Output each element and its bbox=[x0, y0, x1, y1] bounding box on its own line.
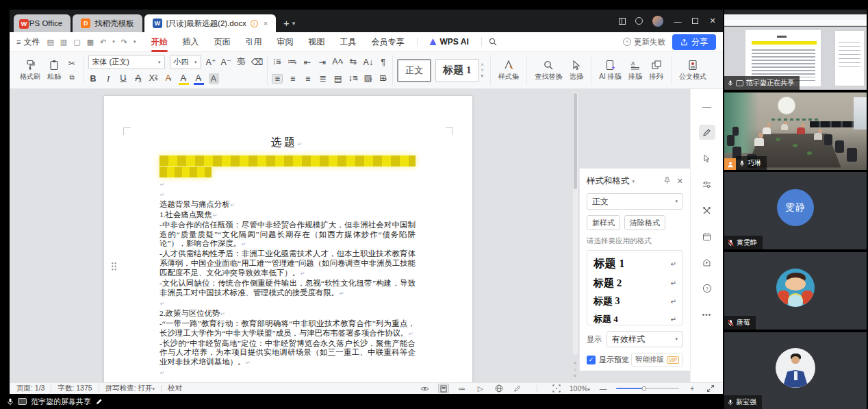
prev-page-icon[interactable]: ˄ bbox=[574, 361, 576, 366]
document-page[interactable]: 选题↵ ↵ ↵ 选题背景与痛点分析↵ 1.社会痛点聚焦↵ -中非合作的信任瓶颈：… bbox=[104, 96, 472, 382]
browser-mode-icon[interactable] bbox=[635, 17, 643, 25]
select-tool-icon[interactable] bbox=[699, 151, 715, 166]
print-preview-icon[interactable]: ▢ bbox=[73, 38, 80, 47]
layout-button[interactable]: A 排版▾ bbox=[625, 60, 646, 82]
page-view-icon[interactable] bbox=[438, 384, 449, 393]
tab-docer-templates[interactable]: D 找稻壳模板 bbox=[73, 14, 142, 32]
show-marks-icon[interactable]: ¶ bbox=[378, 57, 388, 68]
show-filter-select[interactable]: 有效样式▾ bbox=[607, 331, 683, 347]
zoom-out-button[interactable]: — bbox=[598, 384, 609, 393]
zoom-slider[interactable] bbox=[616, 388, 679, 390]
save-icon[interactable]: ▤ bbox=[47, 38, 53, 47]
edit-pen-icon[interactable] bbox=[699, 125, 715, 140]
font-color-button[interactable]: A▾ bbox=[194, 73, 204, 85]
zoom-level[interactable]: 100% ▾ bbox=[570, 384, 590, 393]
menu-tab-home[interactable]: 开始 bbox=[144, 33, 175, 51]
collapse-panel-icon[interactable]: — bbox=[699, 99, 715, 114]
superscript-button[interactable]: X²▾ bbox=[149, 73, 159, 85]
more-options-icon[interactable]: ••• bbox=[699, 307, 715, 322]
current-style-select[interactable]: 正文▾ bbox=[587, 193, 683, 210]
spellcheck-status[interactable]: 拼写检查: 打开 ▾ bbox=[105, 384, 155, 393]
style-gallery-arrows[interactable]: ˄˅▾ bbox=[479, 62, 486, 79]
align-right-button[interactable]: ≡ bbox=[303, 73, 313, 84]
close-panel-icon[interactable]: ✕ bbox=[677, 177, 683, 186]
bullet-list-button[interactable]: ⁝≡▾ bbox=[272, 56, 282, 69]
bookmark-tag-icon[interactable] bbox=[699, 255, 715, 270]
close-button[interactable]: ✕ bbox=[708, 16, 717, 25]
restore-button[interactable] bbox=[692, 18, 698, 24]
clear-format-icon[interactable]: ⌫ bbox=[251, 57, 264, 68]
account-avatar[interactable] bbox=[652, 16, 663, 27]
annotate-pencil-icon[interactable] bbox=[95, 398, 103, 406]
style-normal-button[interactable]: 正文 bbox=[397, 59, 431, 82]
undo-icon[interactable]: ↶ bbox=[100, 38, 106, 47]
zoom-slider-knob[interactable] bbox=[642, 386, 647, 391]
export-pdf-icon[interactable]: ▦ bbox=[87, 38, 94, 47]
align-left-button[interactable]: ≡ bbox=[272, 74, 283, 84]
search-icon[interactable] bbox=[487, 37, 498, 47]
new-tab-button[interactable]: + bbox=[283, 17, 290, 29]
pin-panel-icon[interactable] bbox=[663, 177, 671, 186]
style-item-heading3[interactable]: 标题 3↵ bbox=[591, 293, 678, 310]
document-title[interactable]: 选题↵ bbox=[159, 136, 416, 150]
phonetic-guide-icon[interactable]: 变▾ bbox=[236, 56, 246, 69]
minimize-button[interactable]: — bbox=[673, 17, 682, 25]
line-spacing-button[interactable]: ↕≡▾ bbox=[348, 73, 358, 85]
paragraph[interactable]: -“一带一路”教育行动：教育部明确将“中非职业技术教育合作”列为重点，长沙理工大… bbox=[159, 319, 416, 339]
distribute-button[interactable]: ▤ bbox=[333, 73, 343, 84]
style-set-button[interactable]: 样式集▾ bbox=[495, 60, 523, 82]
web-layout-icon[interactable] bbox=[494, 384, 505, 393]
proofread-button[interactable]: 校对 bbox=[168, 384, 182, 393]
sort-icon[interactable]: A↓ bbox=[363, 57, 373, 68]
redo-icon[interactable]: ↷ bbox=[121, 38, 127, 47]
italic-button[interactable]: I bbox=[103, 73, 114, 84]
menu-tab-page[interactable]: 页面 bbox=[207, 33, 238, 51]
clear-format-button[interactable]: 清除格式 bbox=[624, 215, 665, 230]
fit-page-icon[interactable] bbox=[551, 384, 562, 393]
next-page-icon[interactable]: ˅ bbox=[574, 373, 576, 378]
tab-document[interactable]: W [只读]最新选题(2).docx i × bbox=[144, 14, 276, 32]
file-menu[interactable]: ≡ 文件 bbox=[16, 36, 40, 48]
panel-title-dropdown-icon[interactable]: ▾ bbox=[633, 179, 635, 184]
paste-button[interactable]: 粘贴▾ bbox=[44, 60, 65, 82]
participant-tile-cartoon-avatar[interactable]: 唐莓 bbox=[724, 252, 867, 330]
word-count[interactable]: 字数: 1375 bbox=[58, 384, 92, 393]
participant-tile-room-camera[interactable]: 巧琳 bbox=[724, 92, 867, 170]
show-preview-checkbox[interactable]: ✓ bbox=[587, 356, 596, 364]
fullscreen-icon[interactable] bbox=[705, 384, 716, 393]
align-center-button[interactable]: ≡ bbox=[288, 73, 298, 84]
calendar-icon[interactable] bbox=[699, 229, 715, 244]
numbered-list-button[interactable]: ≔▾ bbox=[287, 56, 297, 69]
menu-tab-reference[interactable]: 引用 bbox=[239, 33, 269, 51]
outline-view-icon[interactable]: ≔ bbox=[457, 384, 468, 393]
tools-icon[interactable] bbox=[699, 203, 715, 218]
tab-list-dropdown-icon[interactable]: ▾ bbox=[292, 20, 296, 27]
font-size-select[interactable]: 小四▾ bbox=[170, 55, 201, 69]
paragraph[interactable]: 1.社会痛点聚焦↵ bbox=[159, 210, 416, 221]
paragraph[interactable]: 选题背景与痛点分析↵ bbox=[159, 200, 416, 210]
share-button[interactable]: 分享 bbox=[672, 34, 716, 50]
menu-tab-view[interactable]: 视图 bbox=[302, 33, 332, 51]
paragraph[interactable]: -文化认同缺位：传统合作侧重硬件输出，忽视“软性文化纽带”构建，导致非洲员工对中… bbox=[159, 279, 416, 299]
increase-font-icon[interactable]: A⁺ bbox=[206, 57, 216, 68]
page-indicator[interactable]: 页面: 1/3 bbox=[16, 384, 44, 393]
adjust-settings-icon[interactable] bbox=[699, 177, 715, 192]
play-presentation-icon[interactable]: ▷ bbox=[475, 384, 486, 393]
highlighted-redacted-line-1[interactable] bbox=[159, 156, 416, 166]
bold-button[interactable]: B bbox=[88, 73, 99, 84]
paragraph-drag-handle[interactable] bbox=[111, 262, 117, 271]
ai-layout-button[interactable]: AI 排版▾ bbox=[596, 60, 625, 82]
shading-button[interactable]: ▨▾ bbox=[363, 73, 373, 85]
scrollbar-thumb[interactable] bbox=[574, 93, 577, 189]
participant-tile-screen-share[interactable]: 范宇鋆正在共享 bbox=[724, 10, 867, 90]
document-body[interactable]: ↵ ↵ 选题背景与痛点分析↵ 1.社会痛点聚焦↵ -中非合作的信任瓶颈：尽管中非… bbox=[159, 179, 416, 382]
decrease-font-icon[interactable]: A⁻ bbox=[221, 57, 231, 68]
highlighted-redacted-line-2[interactable] bbox=[159, 167, 212, 177]
gov-doc-mode-button[interactable]: 公文模式 bbox=[676, 60, 710, 82]
paragraph[interactable]: ↵ bbox=[159, 368, 416, 378]
print-icon[interactable]: ▥ bbox=[60, 38, 67, 47]
cut-icon[interactable]: ✂ bbox=[67, 58, 77, 69]
text-effects-button[interactable]: A▾ bbox=[164, 73, 174, 85]
menu-tab-insert[interactable]: 插入 bbox=[176, 33, 206, 51]
paragraph[interactable]: ↵ bbox=[159, 190, 416, 200]
